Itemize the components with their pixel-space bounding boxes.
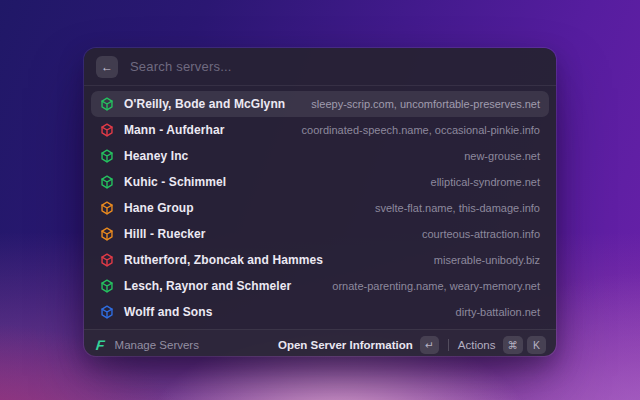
server-name: Wolff and Sons [124, 305, 213, 319]
server-domains: coordinated-speech.name, occasional-pink… [302, 124, 540, 136]
search-bar: ← Search servers... [84, 48, 556, 86]
server-row[interactable]: Kuhic - Schimmel elliptical-syndrome.net [91, 169, 549, 195]
server-list: O'Reilly, Bode and McGlynn sleepy-scrip.… [84, 86, 556, 329]
cube-icon [100, 175, 114, 189]
server-row[interactable]: Wolff and Sons dirty-battalion.net [91, 299, 549, 325]
server-row[interactable]: Hane Group svelte-flat.name, this-damage… [91, 195, 549, 221]
server-name: Rutherford, Zboncak and Hammes [124, 253, 323, 267]
app-logo-icon: F [95, 338, 105, 352]
search-input[interactable]: Search servers... [130, 59, 232, 74]
cube-icon [100, 123, 114, 137]
server-name: Kuhic - Schimmel [124, 175, 226, 189]
server-domains: ornate-parenting.name, weary-memory.net [332, 280, 540, 292]
server-name: Hilll - Ruecker [124, 227, 206, 241]
cube-icon [100, 227, 114, 241]
server-name: O'Reilly, Bode and McGlynn [124, 97, 285, 111]
cube-icon [100, 279, 114, 293]
cube-icon [100, 149, 114, 163]
enter-key-icon[interactable]: ↵ [420, 336, 439, 354]
cube-icon [100, 97, 114, 111]
server-row[interactable]: Mann - Aufderhar coordinated-speech.name… [91, 117, 549, 143]
server-row[interactable]: O'Reilly, Bode and McGlynn sleepy-scrip.… [91, 91, 549, 117]
server-name: Lesch, Raynor and Schmeler [124, 279, 291, 293]
server-name: Hane Group [124, 201, 194, 215]
server-domains: sleepy-scrip.com, uncomfortable-preserve… [311, 98, 540, 110]
server-domains: elliptical-syndrome.net [431, 176, 540, 188]
back-arrow-icon: ← [101, 61, 113, 73]
cube-icon [100, 253, 114, 267]
footer-bar: F Manage Servers Open Server Information… [84, 329, 556, 356]
server-name: Heaney Inc [124, 149, 188, 163]
cube-icon [100, 201, 114, 215]
server-domains: courteous-attraction.info [422, 228, 540, 240]
server-domains: miserable-unibody.biz [434, 254, 540, 266]
server-row[interactable]: Rutherford, Zboncak and Hammes miserable… [91, 247, 549, 273]
server-domains: new-grouse.net [464, 150, 540, 162]
command-palette-window: ← Search servers... O'Reilly, Bode and M… [84, 48, 556, 356]
server-domains: svelte-flat.name, this-damage.info [375, 202, 540, 214]
k-key-icon[interactable]: K [527, 336, 546, 354]
open-server-information-button[interactable]: Open Server Information [278, 339, 413, 351]
cube-icon [100, 305, 114, 319]
command-key-icon[interactable]: ⌘ [503, 336, 524, 354]
server-domains: dirty-battalion.net [456, 306, 540, 318]
footer-divider [448, 339, 449, 351]
server-row[interactable]: Heaney Inc new-grouse.net [91, 143, 549, 169]
server-row[interactable]: Hilll - Ruecker courteous-attraction.inf… [91, 221, 549, 247]
back-button[interactable]: ← [96, 56, 118, 78]
actions-button[interactable]: Actions [458, 339, 496, 351]
footer-app-name: Manage Servers [115, 339, 199, 351]
server-name: Mann - Aufderhar [124, 123, 225, 137]
server-row[interactable]: Lesch, Raynor and Schmeler ornate-parent… [91, 273, 549, 299]
